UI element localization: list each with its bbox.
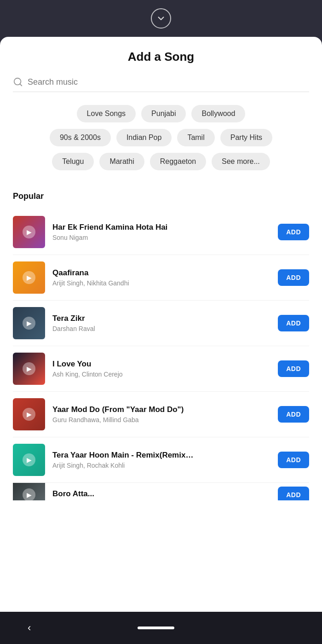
song-info: I Love You Ash King, Clinton Cerejo [52,360,270,378]
svg-line-1 [20,84,22,86]
add-song-sheet: Add a Song Love Songs Punjabi Bollywood … [0,37,322,612]
genre-chip-punjabi[interactable]: Punjabi [141,105,186,122]
add-button[interactable]: ADD [278,452,309,468]
search-icon [13,77,23,87]
song-title: Yaar Mod Do (From "Yaar Mod Do") [52,405,270,414]
genre-chip-tamil[interactable]: Tamil [177,129,214,146]
play-icon: ▶ [23,271,35,284]
search-bar [13,77,309,92]
list-item: ▶ Qaafirana Arijit Singh, Nikhita Gandhi… [13,255,309,301]
genre-section: Love Songs Punjabi Bollywood 90s & 2000s… [13,105,309,177]
genre-chip-indian-pop[interactable]: Indian Pop [116,129,172,146]
song-info: Tera Zikr Darshan Raval [52,314,270,332]
song-title: Har Ek Friend Kamina Hota Hai [52,223,270,232]
song-artist: Darshan Raval [52,325,270,332]
genre-chip-marathi[interactable]: Marathi [99,153,144,170]
song-title: Boro Atta... [52,489,270,499]
popular-label: Popular [13,191,309,201]
play-icon: ▶ [23,362,35,375]
play-icon: ▶ [23,408,35,421]
song-info: Boro Atta... [52,489,270,500]
genre-chip-telugu[interactable]: Telugu [52,153,94,170]
home-indicator[interactable] [138,627,174,629]
song-thumbnail[interactable]: ▶ [13,444,45,476]
song-title: Tera Zikr [52,314,270,323]
genre-chip-90s[interactable]: 90s & 2000s [50,129,111,146]
list-item: ▶ Yaar Mod Do (From "Yaar Mod Do") Guru … [13,392,309,437]
song-artist: Guru Randhawa, Millind Gaba [52,416,270,424]
song-list: ▶ Har Ek Friend Kamina Hota Hai Sonu Nig… [13,209,309,500]
song-title: Qaafirana [52,268,270,278]
top-bar [0,0,322,37]
genre-chip-reggaeton[interactable]: Reggaeton [150,153,206,170]
chevron-down-icon[interactable] [151,8,171,29]
bottom-navigation-bar: ‹ [0,612,322,644]
add-button[interactable]: ADD [278,406,309,423]
add-button[interactable]: ADD [278,487,309,500]
song-artist: Sonu Nigam [52,234,270,241]
song-artist: Ash King, Clinton Cerejo [52,371,270,378]
genre-chip-love-songs[interactable]: Love Songs [77,105,136,122]
sheet-title: Add a Song [13,50,309,64]
search-input[interactable] [28,77,309,87]
genre-chip-bollywood[interactable]: Bollywood [191,105,245,122]
play-icon: ▶ [23,453,35,466]
song-thumbnail[interactable]: ▶ [13,216,45,248]
play-icon: ▶ [23,488,35,500]
genre-row-1: Love Songs Punjabi Bollywood [13,105,309,122]
song-thumbnail[interactable]: ▶ [13,398,45,430]
genre-row-2: 90s & 2000s Indian Pop Tamil Party Hits [13,129,309,146]
song-artist: Arijit Singh, Rochak Kohli [52,462,270,469]
list-item: ▶ Tera Yaar Hoon Main - Remix(Remix… Ari… [13,437,309,483]
song-info: Har Ek Friend Kamina Hota Hai Sonu Nigam [52,223,270,241]
song-info: Tera Yaar Hoon Main - Remix(Remix… Ariji… [52,451,270,469]
song-title: Tera Yaar Hoon Main - Remix(Remix… [52,451,270,460]
list-item: ▶ I Love You Ash King, Clinton Cerejo AD… [13,346,309,392]
genre-chip-see-more[interactable]: See more... [212,153,270,170]
genre-chip-party-hits[interactable]: Party Hits [220,129,272,146]
song-info: Yaar Mod Do (From "Yaar Mod Do") Guru Ra… [52,405,270,424]
list-item-partial: ▶ Boro Atta... ADD [13,483,309,500]
add-button[interactable]: ADD [278,360,309,377]
add-button[interactable]: ADD [278,224,309,240]
song-artist: Arijit Singh, Nikhita Gandhi [52,279,270,287]
song-thumbnail[interactable]: ▶ [13,483,45,500]
add-button[interactable]: ADD [278,269,309,286]
song-thumbnail[interactable]: ▶ [13,307,45,339]
song-info: Qaafirana Arijit Singh, Nikhita Gandhi [52,268,270,287]
song-thumbnail[interactable]: ▶ [13,261,45,294]
back-button[interactable]: ‹ [28,622,31,634]
play-icon: ▶ [23,317,35,330]
song-title: I Love You [52,360,270,369]
list-item: ▶ Har Ek Friend Kamina Hota Hai Sonu Nig… [13,209,309,255]
play-icon: ▶ [23,226,35,238]
genre-row-3: Telugu Marathi Reggaeton See more... [13,153,309,170]
list-item: ▶ Tera Zikr Darshan Raval ADD [13,301,309,346]
add-button[interactable]: ADD [278,315,309,331]
song-thumbnail[interactable]: ▶ [13,353,45,385]
